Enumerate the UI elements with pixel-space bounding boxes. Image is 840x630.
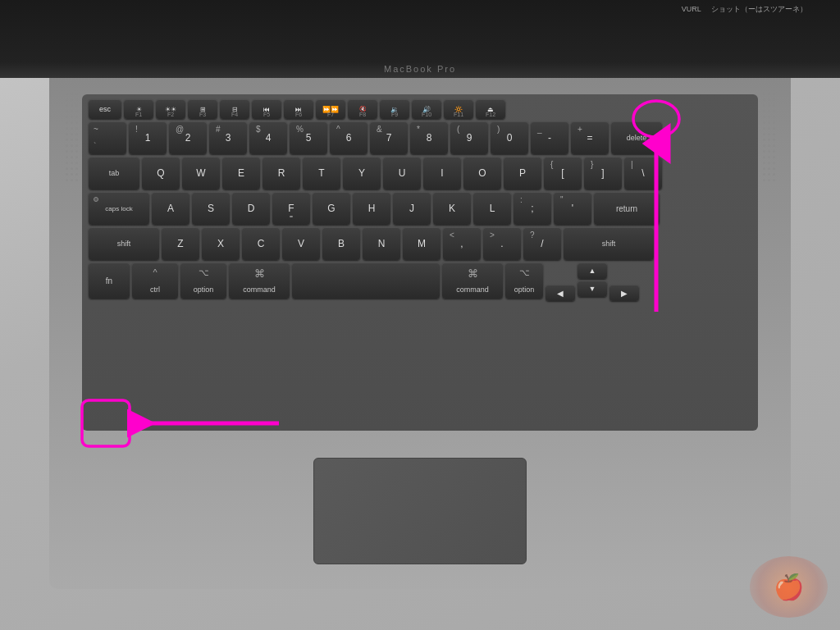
- asdf-row: caps lock A S D F G H J K L :; "' return: [89, 192, 751, 225]
- key-rbracket[interactable]: }]: [584, 157, 622, 189]
- key-6[interactable]: ^6: [330, 121, 368, 154]
- key-f8[interactable]: 🔇F8: [348, 99, 377, 119]
- key-e[interactable]: E: [222, 157, 260, 189]
- key-y[interactable]: Y: [343, 157, 381, 189]
- keyboard: esc ☀F1 ☀☀F2 ⊞F3 ⊟F4 ⏮F5 ⏭F6 ⏩⏩F7 🔇F8 🔉F…: [82, 94, 758, 431]
- qwerty-row: tab Q W E R T Y U I O P {[ }] |\: [89, 157, 751, 189]
- key-c[interactable]: C: [242, 227, 280, 260]
- key-p[interactable]: P: [504, 157, 541, 189]
- key-j[interactable]: J: [393, 192, 431, 225]
- key-m[interactable]: M: [403, 227, 441, 260]
- key-f5[interactable]: ⏮F5: [252, 99, 281, 119]
- key-4[interactable]: $4: [249, 121, 287, 154]
- trackpad[interactable]: [313, 458, 527, 564]
- key-backtick[interactable]: ~`: [89, 121, 126, 154]
- key-esc[interactable]: esc: [89, 99, 121, 119]
- key-t[interactable]: T: [303, 157, 340, 189]
- key-f6[interactable]: ⏭F6: [284, 99, 313, 119]
- key-fn[interactable]: fn: [89, 262, 130, 299]
- screenshot-container: VURL ショット（ーはスツアーネ） MacBook Pro: [0, 0, 840, 630]
- key-f[interactable]: F: [272, 192, 310, 225]
- key-u[interactable]: U: [383, 157, 421, 189]
- key-caps-lock[interactable]: caps lock: [89, 192, 149, 225]
- number-row: ~` !1 @2 #3 $4 %5 ^6 &7 *8 (9 )0 _- += d…: [89, 121, 751, 154]
- watermark: 🍎: [750, 556, 828, 618]
- key-0[interactable]: )0: [491, 121, 528, 154]
- key-b[interactable]: B: [322, 227, 360, 260]
- watermark-icon: 🍎: [774, 573, 804, 601]
- key-7[interactable]: &7: [370, 121, 408, 154]
- key-h[interactable]: H: [353, 192, 390, 225]
- key-x[interactable]: X: [202, 227, 240, 260]
- key-backslash[interactable]: |\: [624, 157, 662, 189]
- key-lbracket[interactable]: {[: [544, 157, 582, 189]
- key-slash[interactable]: ?/: [523, 227, 561, 260]
- key-shift-left[interactable]: shift: [89, 227, 159, 260]
- key-9[interactable]: (9: [450, 121, 488, 154]
- key-f11[interactable]: 🔆F11: [444, 99, 473, 119]
- laptop-screen: VURL ショット（ーはスツアーネ） MacBook Pro: [0, 0, 840, 78]
- key-delete[interactable]: delete: [611, 121, 662, 154]
- key-f9[interactable]: 🔉F9: [380, 99, 409, 119]
- key-option-right[interactable]: ⌥ option: [505, 262, 543, 299]
- key-tab[interactable]: tab: [89, 157, 139, 189]
- key-1[interactable]: !1: [129, 121, 167, 154]
- key-f4[interactable]: ⊟F4: [220, 99, 249, 119]
- key-5[interactable]: %5: [290, 121, 327, 154]
- key-arrow-right[interactable]: ▶: [609, 285, 639, 301]
- key-command-left[interactable]: ⌘ command: [229, 262, 290, 299]
- key-quote[interactable]: "': [554, 192, 591, 225]
- fn-key-row: esc ☀F1 ☀☀F2 ⊞F3 ⊟F4 ⏮F5 ⏭F6 ⏩⏩F7 🔇F8 🔉F…: [89, 99, 751, 119]
- key-n[interactable]: N: [363, 227, 400, 260]
- key-v[interactable]: V: [282, 227, 320, 260]
- key-2[interactable]: @2: [169, 121, 207, 154]
- key-3[interactable]: #3: [209, 121, 247, 154]
- key-comma[interactable]: <,: [443, 227, 481, 260]
- key-semicolon[interactable]: :;: [514, 192, 551, 225]
- modifier-row: fn ^ ctrl ⌥ option ⌘ command ⌘ command ⌥…: [89, 262, 751, 301]
- key-g[interactable]: G: [313, 192, 350, 225]
- key-arrow-down[interactable]: ▼: [578, 281, 607, 297]
- key-shift-right[interactable]: shift: [564, 227, 654, 260]
- macbook-model-label: MacBook Pro: [384, 64, 456, 74]
- key-ctrl[interactable]: ^ ctrl: [132, 262, 178, 299]
- key-equals[interactable]: +=: [571, 121, 609, 154]
- key-s[interactable]: S: [192, 192, 230, 225]
- key-minus[interactable]: _-: [531, 121, 568, 154]
- key-r[interactable]: R: [262, 157, 300, 189]
- key-d[interactable]: D: [232, 192, 270, 225]
- key-w[interactable]: W: [182, 157, 220, 189]
- key-option[interactable]: ⌥ option: [180, 262, 226, 299]
- key-f2[interactable]: ☀☀F2: [156, 99, 185, 119]
- key-f7[interactable]: ⏩⏩F7: [316, 99, 345, 119]
- key-f10[interactable]: 🔊F10: [412, 99, 441, 119]
- key-l[interactable]: L: [473, 192, 511, 225]
- key-space[interactable]: [292, 262, 440, 299]
- key-a[interactable]: A: [152, 192, 189, 225]
- key-command-right[interactable]: ⌘ command: [442, 262, 503, 299]
- key-arrow-left[interactable]: ◀: [546, 285, 575, 301]
- key-z[interactable]: Z: [162, 227, 199, 260]
- key-i[interactable]: I: [423, 157, 461, 189]
- desktop-text: VURL ショット（ーはスツアーネ）: [682, 4, 807, 15]
- key-q[interactable]: Q: [142, 157, 180, 189]
- key-return[interactable]: return: [594, 192, 660, 225]
- key-8[interactable]: *8: [410, 121, 448, 154]
- key-f1[interactable]: ☀F1: [124, 99, 153, 119]
- key-f3[interactable]: ⊞F3: [188, 99, 217, 119]
- key-k[interactable]: K: [433, 192, 471, 225]
- key-period[interactable]: >.: [483, 227, 521, 260]
- key-o[interactable]: O: [463, 157, 501, 189]
- key-f12[interactable]: ⏏F12: [476, 99, 505, 119]
- key-arrow-up[interactable]: ▲: [578, 262, 607, 279]
- zxcv-row: shift Z X C V B N M <, >. ?/ shift: [89, 227, 751, 260]
